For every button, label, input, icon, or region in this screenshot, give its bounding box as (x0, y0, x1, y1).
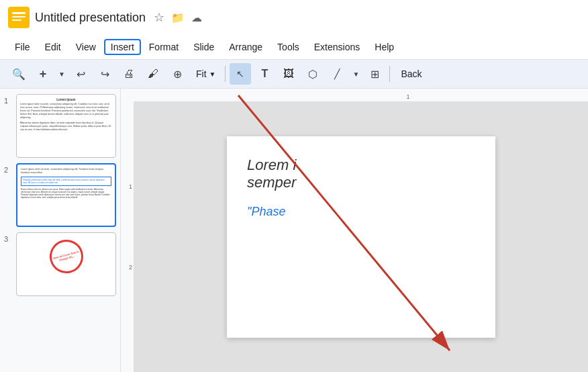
slide-2-blue-box: Phasellus elementum tellus vitae elit nu… (21, 177, 111, 186)
select-button[interactable]: ↖ (230, 63, 251, 85)
slide-item-2[interactable]: 2 Lorem ipsum dolor sit amet, consectetu… (4, 163, 116, 227)
slide-item-1[interactable]: 1 Lorem Ipsum Lorem ipsum dolor sit amet… (4, 94, 116, 158)
menu-insert[interactable]: Insert (104, 39, 141, 55)
main-area: 1 Lorem Ipsum Lorem ipsum dolor sit amet… (0, 89, 588, 372)
slide-canvas: Lorem isemper "Phase (134, 102, 588, 372)
ruler-top: 1 (134, 89, 588, 102)
menu-help[interactable]: Help (368, 39, 401, 55)
line-button[interactable]: ╱ (326, 63, 348, 85)
slide-2-intro: Lorem ipsum dolor sit amet, consectetur … (21, 168, 111, 175)
print-button[interactable]: 🖨 (118, 63, 140, 85)
line-dropdown-arrow[interactable]: ▼ (350, 63, 361, 85)
svg-rect-1 (12, 12, 26, 14)
insert-placeholder-button[interactable]: ⊞ (364, 63, 385, 85)
zoom-fit-arrow: ▼ (209, 71, 216, 78)
slide-thumb-1[interactable]: Lorem Ipsum Lorem ipsum dolor sit amet, … (16, 94, 116, 158)
menu-edit[interactable]: Edit (38, 39, 68, 55)
slide-1-content: Lorem ipsum dolor sit amet, consectetur … (20, 103, 112, 119)
menu-file[interactable]: File (8, 39, 37, 55)
slide-1-title: Lorem Ipsum (20, 98, 112, 101)
slide-2-outro: Donec ultrices vita orci ultrices com pu… (21, 188, 111, 199)
cloud-icon[interactable]: ☁ (191, 11, 202, 24)
zoom-out-button[interactable]: 🔍 (8, 63, 30, 85)
app-logo (8, 7, 30, 28)
ruler-left-mark-1: 1 (129, 183, 132, 190)
magnify-button[interactable]: ⊕ (166, 63, 188, 85)
shapes-button[interactable]: ⬡ (302, 63, 324, 85)
slide-page: Lorem isemper "Phase (227, 136, 495, 338)
toolbar-divider-1 (225, 66, 226, 82)
star-icon[interactable]: ☆ (154, 10, 164, 25)
ruler-left: 1 2 (121, 102, 134, 372)
menu-tools[interactable]: Tools (271, 39, 306, 55)
image-button[interactable]: 🖼 (278, 63, 299, 85)
slide-thumb-3[interactable]: How to Curve Text in Google Sli... (16, 232, 116, 296)
zoom-fit-dropdown[interactable]: Fit ▼ (191, 66, 221, 82)
ruler-top-mark-1: 1 (407, 93, 410, 100)
menu-extensions[interactable]: Extensions (307, 39, 366, 55)
presentation-title: Untitled presentation (35, 11, 146, 25)
canvas-area: 1 1 2 Lorem isemper "Phase (121, 89, 588, 372)
slide-number-1: 1 (4, 94, 12, 105)
menu-bar: File Edit View Insert Format Slide Arran… (0, 35, 588, 59)
slide-main-text: Lorem isemper (247, 156, 475, 191)
slide-number-2: 2 (4, 163, 12, 174)
zoom-fit-label: Fit (196, 68, 207, 79)
zoom-in-button[interactable]: + (32, 63, 54, 85)
menu-format[interactable]: Format (142, 39, 185, 55)
slide-item-3[interactable]: 3 How to Curve Text in Google Sli... (4, 232, 116, 296)
slide-3-circle: How to Curve Text in Google Sli... (46, 236, 87, 277)
undo-button[interactable]: ↩ (70, 63, 91, 85)
menu-view[interactable]: View (69, 39, 103, 55)
title-bar: Untitled presentation ☆ 📁 ☁ (0, 0, 588, 35)
svg-rect-3 (12, 19, 21, 21)
redo-button[interactable]: ↪ (94, 63, 115, 85)
text-button[interactable]: T (254, 63, 275, 85)
zoom-dropdown-arrow[interactable]: ▼ (56, 63, 67, 85)
slide-number-3: 3 (4, 232, 12, 243)
paint-format-button[interactable]: 🖌 (142, 63, 164, 85)
menu-slide[interactable]: Slide (187, 39, 221, 55)
menu-arrange[interactable]: Arrange (222, 39, 269, 55)
svg-rect-2 (12, 16, 26, 17)
toolbar-divider-2 (389, 66, 390, 82)
slides-panel: 1 Lorem Ipsum Lorem ipsum dolor sit amet… (0, 89, 121, 372)
back-button[interactable]: Back (394, 66, 428, 82)
toolbar: 🔍 + ▼ ↩ ↪ 🖨 🖌 ⊕ Fit ▼ ↖ T 🖼 ⬡ ╱ ▼ ⊞ Back (0, 59, 588, 89)
slide-1-content2: Maecenas ultrices dignissim diam, sit am… (20, 122, 112, 132)
slide-blue-text: "Phase (247, 205, 475, 219)
title-icons: ☆ 📁 ☁ (154, 10, 202, 25)
slide-thumb-2[interactable]: Lorem ipsum dolor sit amet, consectetur … (16, 163, 116, 227)
folder-icon[interactable]: 📁 (171, 11, 185, 24)
ruler-left-mark-2: 2 (129, 264, 132, 271)
